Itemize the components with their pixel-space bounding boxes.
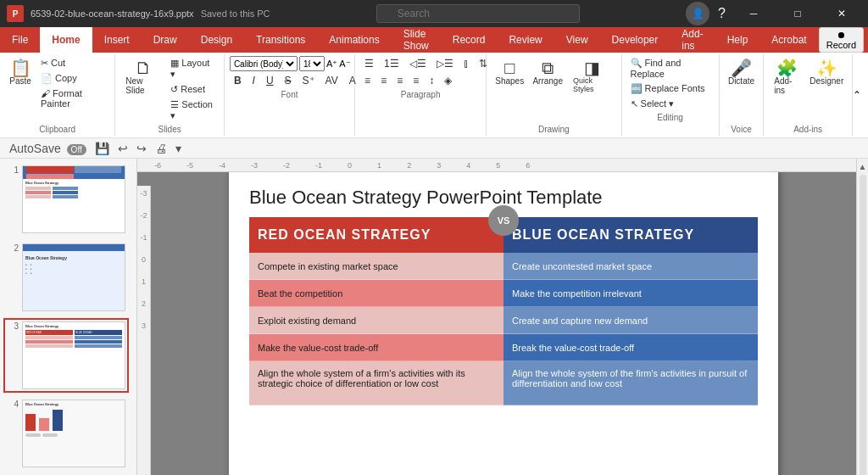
scroll-up-button[interactable]: ▲ [859,162,867,171]
increase-font-button[interactable]: A⁺ [326,59,337,70]
slide-canvas-container: Blue Ocean Strategy PowerPoint Template … [151,172,856,475]
dictate-button[interactable]: 🎤 Dictate [723,56,760,89]
section-button[interactable]: ☰ Section ▾ [167,98,219,123]
scroll-thumb[interactable] [860,175,866,475]
editing-label: Editing [657,113,683,122]
vs-circle: VS [488,205,519,236]
paste-label: Paste [9,76,31,86]
tab-slideshow[interactable]: Slide Show [392,27,441,53]
tab-developer[interactable]: Developer [600,27,670,53]
find-replace-button[interactable]: 🔍 Find and Replace [627,56,714,81]
drawing-buttons: □ Shapes ⧉ Arrange ◨ Quick Styles [492,56,615,123]
addins-button[interactable]: 🧩 Add-ins [769,56,804,98]
editing-group: 🔍 Find and Replace 🔤 Replace Fonts ↖ Sel… [622,54,720,136]
increase-indent-button[interactable]: ▷☰ [432,56,458,71]
format-painter-button[interactable]: 🖌 Format Painter [37,87,109,110]
line-spacing-button[interactable]: ↕ [425,73,438,88]
print-preview-button[interactable]: 🖨 [153,141,170,156]
undo-button[interactable]: ↩ [115,141,131,156]
maximize-button[interactable]: □ [778,0,817,27]
shapes-button[interactable]: □ Shapes [492,56,527,89]
search-input[interactable] [376,4,580,23]
slide-num-1: 1 [7,165,19,175]
saved-status: Saved to this PC [201,8,270,19]
designer-button[interactable]: ✨ Designer [806,56,847,89]
minimize-button[interactable]: ─ [734,0,773,27]
decrease-font-button[interactable]: A⁻ [339,59,350,70]
slide-thumb-4[interactable]: 4 Blue Ocean Strategy [3,396,129,471]
arrange-button[interactable]: ⧉ Arrange [529,56,566,89]
new-slide-button[interactable]: 🗋 New Slide [120,56,165,98]
tab-file[interactable]: File [0,27,40,53]
align-center-button[interactable]: ≡ [376,73,391,88]
tab-acrobat[interactable]: Acrobat [760,27,818,53]
clipboard-group: 📋 Paste ✂ Cut 📄 Copy 🖌 Format Painter Cl… [0,54,115,136]
justify-button[interactable]: ≡ [409,73,423,88]
select-button[interactable]: ↖ Select ▾ [627,97,714,111]
red-row-5: Align the whole system of a firm's activ… [249,361,504,405]
ruler-top: -6-5-4-3-2-10123456 [137,159,856,172]
tab-draw[interactable]: Draw [142,27,189,53]
voice-label: Voice [731,125,751,134]
columns-button[interactable]: ⫿ [459,56,473,71]
ribbon-content: 📋 Paste ✂ Cut 📄 Copy 🖌 Format Painter Cl… [0,53,868,138]
main-area: -6-5-4-3-2-10123456 -3-2-10123 Blue Ocea… [137,159,856,475]
tab-design[interactable]: Design [189,27,244,53]
font-size-select[interactable]: 18 [299,56,325,71]
tab-insert[interactable]: Insert [92,27,142,53]
record-button[interactable]: ⏺ Record [819,27,864,53]
tab-home[interactable]: Home [40,27,92,53]
italic-button[interactable]: I [248,73,259,88]
numbering-button[interactable]: 1☰ [380,56,403,71]
addins-icon: 🧩 [776,59,798,76]
clipboard-buttons: 📋 Paste ✂ Cut 📄 Copy 🖌 Format Painter [5,56,109,123]
tab-view[interactable]: View [554,27,600,53]
font-family-select[interactable]: Calibri (Body) [230,56,298,71]
decrease-indent-button[interactable]: ◁☰ [405,56,431,71]
align-left-button[interactable]: ≡ [360,73,375,88]
slide-thumb-2[interactable]: 2 Blue Ocean Strategy ● ● ● ● ● [3,240,129,315]
paste-button[interactable]: 📋 Paste [5,56,36,89]
redo-button[interactable]: ↪ [134,141,149,156]
red-row-2: Beat the competition [249,280,504,307]
quick-access-toolbar: AutoSave Off 💾 ↩ ↪ 🖨 ▾ [0,138,868,159]
font-label: Font [281,90,298,99]
char-spacing-button[interactable]: AV [321,73,342,88]
save-button[interactable]: 💾 [92,141,112,156]
underline-button[interactable]: U [262,73,278,88]
slide-thumb-1[interactable]: 1 Blue Ocean Strategy [3,162,129,237]
smartart-button[interactable]: ◈ [440,73,456,88]
tab-addins[interactable]: Add-ins [670,27,715,53]
close-button[interactable]: ✕ [822,0,861,27]
customize-qa-button[interactable]: ▾ [173,141,184,156]
tab-animations[interactable]: Animations [317,27,391,53]
copy-button[interactable]: 📄 Copy [37,71,109,86]
ribbon-collapse-button[interactable]: ⌃ [853,54,868,136]
bold-button[interactable]: B [230,73,246,88]
cut-button[interactable]: ✂ Cut [37,56,109,70]
align-right-button[interactable]: ≡ [392,73,407,88]
autosave-label: AutoSave [9,142,61,155]
quick-styles-button[interactable]: ◨ Quick Styles [568,56,616,97]
filename: 6539-02-blue-ocean-strategy-16x9.pptx [31,8,194,19]
strikethrough-button[interactable]: S [281,73,296,88]
bullets-button[interactable]: ☰ [360,56,378,71]
red-row-1: Compete in existing market space [249,253,504,280]
tab-transitions[interactable]: Transitions [244,27,317,53]
blue-row-4: Break the value-cost trade-off [504,334,758,361]
tab-help[interactable]: Help [715,27,760,53]
help-icon[interactable]: ? [715,6,729,21]
layout-button[interactable]: ▦ Layout ▾ [167,56,219,81]
font-row1: Calibri (Body) 18 A⁺ A⁻ [230,56,349,71]
blue-ocean-column: BLUE OCEAN STRATEGY Create uncontested m… [504,217,758,470]
reset-button[interactable]: ↺ Reset [167,82,219,97]
arrange-icon: ⧉ [542,59,554,76]
text-shadow-button[interactable]: S⁺ [298,73,319,88]
ruler-left: -3-2-10123 [137,186,151,475]
autosave-toggle[interactable]: AutoSave Off [7,141,89,156]
replace-fonts-button[interactable]: 🔤 Replace Fonts [627,81,714,96]
tab-record[interactable]: Record [441,27,498,53]
tab-review[interactable]: Review [497,27,554,53]
slide-sub: ▦ Layout ▾ ↺ Reset ☰ Section ▾ [167,56,219,123]
slide-thumb-3[interactable]: 3 Blue Ocean Strategy RED OCEAN [3,318,129,393]
